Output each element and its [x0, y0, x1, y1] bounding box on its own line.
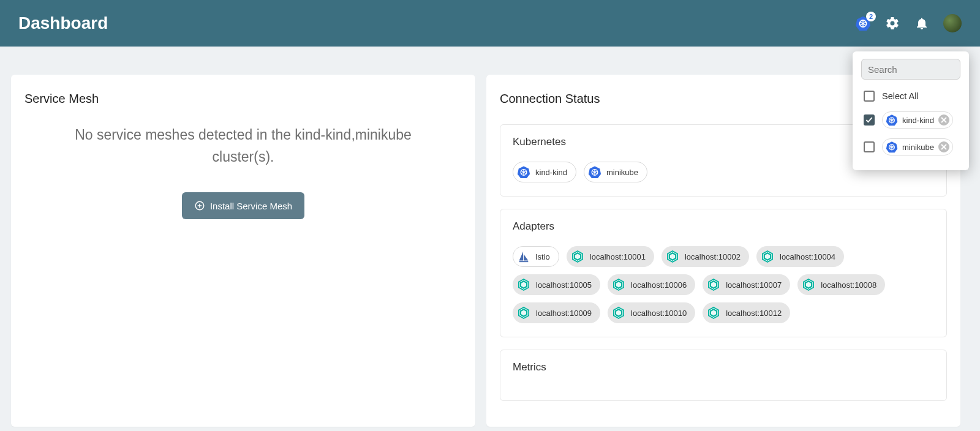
adapter-chip[interactable]: localhost:10004 — [756, 246, 844, 267]
topbar-actions: 2 — [855, 14, 962, 32]
k8s-context-button[interactable]: 2 — [855, 15, 871, 31]
meshery-icon — [665, 249, 680, 264]
settings-button[interactable] — [884, 15, 900, 31]
chip-label: Istio — [535, 252, 550, 261]
remove-context-button[interactable] — [938, 114, 949, 126]
adapter-chip[interactable]: localhost:10009 — [513, 302, 600, 323]
meshery-icon — [611, 277, 626, 292]
kubernetes-icon — [886, 114, 898, 126]
adapter-chip[interactable]: localhost:10001 — [567, 246, 654, 267]
remove-context-button[interactable] — [938, 141, 949, 152]
chip-label: localhost:10008 — [821, 280, 876, 290]
chip-label: localhost:10005 — [536, 280, 592, 290]
chip-label: localhost:10010 — [631, 309, 687, 318]
bell-icon — [914, 16, 929, 31]
chip-label: localhost:10007 — [726, 280, 782, 290]
context-checkbox[interactable] — [864, 114, 875, 126]
context-option-row[interactable]: minikube — [858, 133, 964, 160]
chip-label: localhost:10006 — [631, 280, 687, 290]
select-all-label: Select All — [882, 91, 919, 101]
kubernetes-icon — [588, 165, 601, 179]
adapter-chip[interactable]: localhost:10012 — [703, 302, 790, 323]
service-mesh-card: Service Mesh No service meshes detected … — [11, 75, 475, 427]
select-all-row[interactable]: Select All — [858, 86, 964, 107]
k8s-cluster-chip[interactable]: kind-kind — [513, 162, 576, 182]
context-label: minikube — [902, 143, 934, 152]
chip-label: minikube — [606, 168, 638, 177]
adapter-chip[interactable]: localhost:10008 — [797, 274, 885, 295]
chip-label: kind-kind — [535, 168, 567, 177]
meshery-icon — [706, 305, 721, 320]
kubernetes-icon — [517, 165, 530, 179]
context-checkbox[interactable] — [864, 141, 875, 152]
meshery-icon — [706, 277, 721, 292]
adapters-section: Adapters Istiolocalhost:10001localhost:1… — [500, 209, 947, 337]
meshery-icon — [760, 249, 775, 264]
install-service-mesh-button[interactable]: Install Service Mesh — [182, 192, 304, 219]
meshery-icon — [516, 277, 531, 292]
chip-label: localhost:10004 — [780, 252, 835, 261]
k8s-context-dropdown: Select All kind-kindminikube — [853, 51, 969, 170]
adapter-chip[interactable]: localhost:10002 — [662, 246, 749, 267]
context-chip: kind-kind — [882, 111, 953, 129]
plus-circle-icon — [194, 200, 205, 211]
k8s-cluster-chip[interactable]: minikube — [584, 162, 647, 182]
adapters-title: Adapters — [513, 220, 934, 233]
meshery-icon — [570, 249, 585, 264]
context-chip: minikube — [882, 138, 953, 156]
adapter-chip[interactable]: localhost:10005 — [513, 274, 600, 295]
chip-label: localhost:10009 — [536, 309, 592, 318]
select-all-checkbox[interactable] — [864, 91, 875, 102]
metrics-section: Metrics — [500, 350, 947, 401]
context-label: kind-kind — [902, 116, 934, 125]
service-mesh-title: Service Mesh — [24, 92, 462, 106]
k8s-context-badge: 2 — [866, 12, 876, 21]
context-option-row[interactable]: kind-kind — [858, 107, 964, 133]
avatar[interactable] — [943, 14, 962, 32]
topbar: Dashboard 2 — [0, 0, 980, 47]
service-mesh-empty-message: No service meshes detected in the kind-k… — [59, 124, 427, 168]
adapter-chip[interactable]: localhost:10007 — [703, 274, 790, 295]
close-icon — [938, 114, 949, 126]
istio-icon — [517, 250, 530, 263]
page-title: Dashboard — [18, 13, 108, 33]
context-search[interactable] — [861, 59, 960, 80]
adapter-chip[interactable]: localhost:10006 — [608, 274, 695, 295]
search-input[interactable] — [868, 64, 980, 75]
install-button-label: Install Service Mesh — [210, 201, 292, 211]
adapter-chip-istio[interactable]: Istio — [513, 246, 559, 267]
chip-label: localhost:10012 — [726, 309, 782, 318]
meshery-icon — [516, 305, 531, 320]
adapter-chip[interactable]: localhost:10010 — [608, 302, 695, 323]
chip-label: localhost:10001 — [590, 252, 646, 261]
notifications-button[interactable] — [914, 15, 930, 31]
meshery-icon — [611, 305, 626, 320]
close-icon — [938, 141, 949, 152]
chip-label: localhost:10002 — [685, 252, 741, 261]
meshery-icon — [801, 277, 816, 292]
metrics-title: Metrics — [513, 361, 934, 373]
kubernetes-icon — [886, 141, 898, 153]
gear-icon — [885, 16, 900, 31]
